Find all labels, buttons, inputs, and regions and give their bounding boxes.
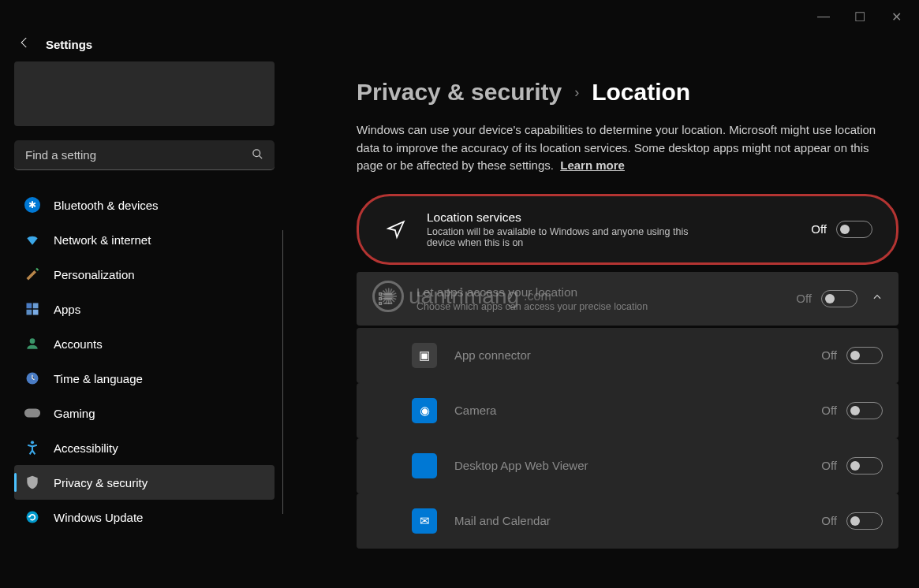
bt-icon: ✱ bbox=[24, 196, 41, 214]
sidebar-item-label: Privacy & security bbox=[54, 476, 148, 489]
svg-rect-4 bbox=[33, 310, 39, 315]
sidebar-item-label: Personalization bbox=[54, 268, 135, 281]
toggle-state-label: Off bbox=[821, 404, 837, 417]
close-button[interactable]: ✕ bbox=[878, 4, 914, 29]
sidebar-item-windows-update[interactable]: Windows Update bbox=[14, 500, 275, 534]
wifi-icon bbox=[24, 231, 41, 248]
svg-rect-7 bbox=[24, 409, 40, 418]
sidebar-item-label: Accessibility bbox=[54, 441, 118, 455]
location-arrow-icon bbox=[383, 219, 409, 240]
app-row-camera: ◉ Camera Off bbox=[357, 383, 898, 438]
svg-rect-1 bbox=[27, 303, 32, 309]
app-title: Settings bbox=[46, 38, 92, 51]
sidebar-item-label: Apps bbox=[54, 303, 80, 316]
app-row-mail-and-calendar: ✉ Mail and Calendar Off bbox=[357, 493, 898, 549]
sidebar-item-label: Windows Update bbox=[54, 511, 143, 524]
learn-more-link[interactable]: Learn more bbox=[560, 158, 625, 172]
svg-rect-11 bbox=[379, 297, 382, 300]
sidebar-item-label: Gaming bbox=[54, 407, 95, 420]
toggle-state-label: Off bbox=[796, 292, 812, 305]
app-toggle[interactable] bbox=[846, 347, 883, 364]
svg-rect-3 bbox=[27, 310, 32, 315]
toggle-state-label: Off bbox=[821, 514, 837, 527]
app-name: Mail and Calendar bbox=[454, 514, 821, 527]
location-services-card[interactable]: Location services Location will be avail… bbox=[357, 194, 898, 265]
sidebar-item-label: Time & language bbox=[54, 372, 143, 385]
app-icon bbox=[412, 453, 437, 478]
toggle-state-label: Off bbox=[811, 222, 827, 236]
sidebar-item-privacy-security[interactable]: Privacy & security bbox=[14, 465, 275, 500]
sidebar-item-label: Network & internet bbox=[54, 233, 151, 247]
sidebar-item-bluetooth-devices[interactable]: ✱Bluetooth & devices bbox=[14, 188, 275, 222]
acc-icon bbox=[24, 439, 41, 456]
location-services-toggle[interactable] bbox=[836, 221, 872, 238]
sidebar-item-accounts[interactable]: Accounts bbox=[14, 326, 275, 361]
sidebar-item-personalization[interactable]: Personalization bbox=[14, 257, 275, 292]
toggle-state-label: Off bbox=[821, 459, 837, 472]
minimize-button[interactable]: — bbox=[805, 4, 842, 29]
app-row-desktop-app-web-viewer: Desktop App Web Viewer Off bbox=[357, 438, 898, 493]
back-button[interactable] bbox=[17, 35, 32, 53]
svg-point-5 bbox=[30, 338, 35, 344]
chevron-up-icon[interactable] bbox=[872, 292, 883, 305]
app-name: Desktop App Web Viewer bbox=[454, 459, 821, 472]
priv-icon bbox=[24, 474, 41, 491]
card-subtitle: Choose which apps can access your precis… bbox=[417, 301, 685, 312]
time-icon bbox=[24, 370, 41, 387]
upd-icon bbox=[24, 508, 41, 526]
svg-rect-10 bbox=[379, 292, 382, 295]
app-icon: ✉ bbox=[412, 508, 437, 534]
account-area[interactable] bbox=[14, 61, 275, 126]
game-icon bbox=[24, 404, 41, 422]
sidebar-item-accessibility[interactable]: Accessibility bbox=[14, 430, 275, 465]
pers-icon bbox=[24, 266, 41, 283]
svg-point-8 bbox=[31, 441, 34, 444]
card-subtitle: Location will be available to Windows an… bbox=[427, 226, 695, 248]
card-title: Let apps access your location bbox=[417, 285, 796, 300]
app-icon: ◉ bbox=[412, 398, 437, 423]
sidebar-item-time-language[interactable]: Time & language bbox=[14, 361, 275, 396]
apps-icon bbox=[24, 300, 41, 318]
svg-rect-2 bbox=[33, 303, 39, 309]
chevron-right-icon: › bbox=[574, 84, 579, 101]
svg-point-9 bbox=[27, 512, 39, 523]
app-name: App connector bbox=[454, 348, 821, 362]
card-title: Location services bbox=[427, 210, 811, 225]
app-access-card[interactable]: Let apps access your location Choose whi… bbox=[357, 272, 898, 326]
app-row-app-connector: ▣ App connector Off bbox=[357, 328, 898, 383]
list-icon bbox=[372, 290, 399, 307]
app-access-toggle[interactable] bbox=[821, 290, 857, 307]
app-toggle[interactable] bbox=[846, 512, 883, 530]
page-description: Windows can use your device's capabiliti… bbox=[357, 121, 877, 175]
sidebar-item-label: Accounts bbox=[54, 337, 103, 351]
page-title: Location bbox=[592, 79, 690, 106]
svg-point-0 bbox=[253, 150, 260, 157]
sidebar-item-apps[interactable]: Apps bbox=[14, 292, 275, 326]
toggle-state-label: Off bbox=[821, 348, 837, 362]
app-icon: ▣ bbox=[412, 343, 437, 368]
breadcrumb-parent[interactable]: Privacy & security bbox=[357, 79, 562, 106]
app-toggle[interactable] bbox=[846, 402, 883, 419]
sidebar-item-network-internet[interactable]: Network & internet bbox=[14, 222, 275, 257]
sidebar-item-label: Bluetooth & devices bbox=[54, 199, 159, 212]
sidebar-item-gaming[interactable]: Gaming bbox=[14, 396, 275, 430]
search-icon bbox=[252, 148, 263, 162]
app-name: Camera bbox=[454, 404, 821, 417]
svg-rect-12 bbox=[379, 302, 382, 304]
search-input[interactable] bbox=[14, 140, 275, 170]
acct-icon bbox=[24, 335, 41, 352]
app-toggle[interactable] bbox=[846, 457, 883, 474]
maximize-button[interactable]: ☐ bbox=[842, 4, 878, 29]
